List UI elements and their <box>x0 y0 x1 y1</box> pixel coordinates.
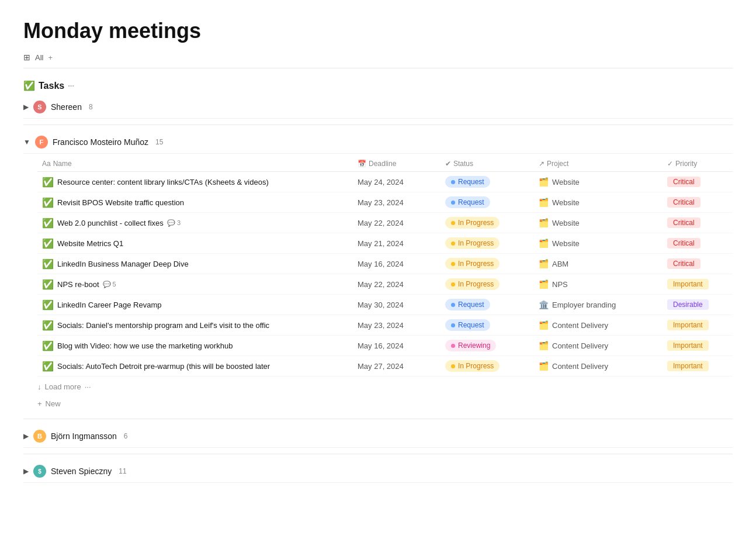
col-name: ✅Resource center: content library links/… <box>37 177 353 188</box>
avatar-francisco: F <box>35 136 48 149</box>
collapse-arrow-steven: ▶ <box>23 467 29 475</box>
col-project: 🗂️Content Delivery <box>534 361 663 371</box>
table-row[interactable]: ✅Socials: Daniel's mentorship program an… <box>37 315 733 336</box>
table-row[interactable]: ✅LinkedIn Career Page RevampMay 30, 2024… <box>37 295 733 315</box>
collapse-arrow-francisco: ▼ <box>23 138 30 146</box>
status-label: Reviewing <box>458 341 490 350</box>
table-row[interactable]: ✅Socials: AutoTech Detroit pre-warmup (t… <box>37 356 733 377</box>
status-label: Request <box>458 198 484 206</box>
collapse-arrow-shereen: ▶ <box>23 103 29 111</box>
status-badge: Request <box>445 196 490 208</box>
col-deadline: May 16, 2024 <box>353 341 441 350</box>
group-row-shereen[interactable]: ▶ S Shereen 8 <box>23 96 733 119</box>
status-dot <box>451 262 455 266</box>
col-priority: Critical <box>663 258 733 269</box>
col-header-project: ↗ Project <box>534 160 663 168</box>
table-row[interactable]: ✅Blog with Video: how we use the marketi… <box>37 336 733 356</box>
new-task-button[interactable]: + New <box>37 395 733 413</box>
view-name[interactable]: All <box>35 53 43 62</box>
col-priority: Important <box>663 279 733 289</box>
table-row[interactable]: ✅Web 2.0 punchlist - collect fixes💬 3May… <box>37 213 733 233</box>
table-row[interactable]: ✅NPS re-boot💬 5May 22, 2024In Progress🗂️… <box>37 274 733 295</box>
status-dot <box>451 241 455 246</box>
col-deadline: May 30, 2024 <box>353 301 441 309</box>
status-badge: Reviewing <box>445 340 496 351</box>
add-view-button[interactable]: + <box>48 53 53 62</box>
task-complete-icon: ✅ <box>42 177 54 188</box>
col-priority: Critical <box>663 238 733 248</box>
priority-badge: Important <box>667 320 709 330</box>
table-row[interactable]: ✅LinkedIn Business Manager Deep DiveMay … <box>37 254 733 274</box>
col-name: ✅Revisit BPOS Website traffic question <box>37 197 353 208</box>
avatar-steven: $ <box>33 465 46 478</box>
page-title: Monday meetings <box>23 19 733 43</box>
status-dot <box>451 180 455 184</box>
project-icon: 🏛️ <box>539 300 549 309</box>
tasks-body: ✅Resource center: content library links/… <box>37 172 733 377</box>
table-row[interactable]: ✅Resource center: content library links/… <box>37 172 733 192</box>
col-name: ✅NPS re-boot💬 5 <box>37 279 353 290</box>
group-row-francisco[interactable]: ▼ F Francisco Mosteiro Muñoz 15 <box>23 131 733 154</box>
priority-badge: Critical <box>667 217 700 228</box>
col-status: In Progress <box>441 217 534 229</box>
col-deadline: May 16, 2024 <box>353 260 441 268</box>
project-name: Website <box>552 239 580 248</box>
project-name: Employer branding <box>552 301 616 309</box>
col-project: 🗂️Website <box>534 218 663 227</box>
group-count-francisco: 15 <box>155 138 163 146</box>
table-row[interactable]: ✅Revisit BPOS Website traffic questionMa… <box>37 192 733 213</box>
table-row[interactable]: ✅Website Metrics Q1May 21, 2024In Progre… <box>37 233 733 254</box>
status-dot <box>451 323 455 327</box>
col-deadline: May 21, 2024 <box>353 239 441 248</box>
status-label: Request <box>458 321 484 329</box>
project-name: Website <box>552 219 580 227</box>
status-badge: In Progress <box>445 217 500 229</box>
group-row-bjorn[interactable]: ▶ B Björn Ingmansson 6 <box>23 425 733 448</box>
project-name: Content Delivery <box>552 321 608 330</box>
project-name: Website <box>552 178 580 187</box>
group-count-bjorn: 6 <box>124 432 128 440</box>
status-badge: Request <box>445 176 490 188</box>
project-icon: 🗂️ <box>539 259 549 268</box>
status-badge: In Progress <box>445 258 500 270</box>
divider-3 <box>23 454 733 454</box>
col-status: In Progress <box>441 258 534 270</box>
tasks-icon: ✅ <box>23 80 35 91</box>
task-name: Socials: AutoTech Detroit pre-warmup (th… <box>57 362 270 371</box>
col-status: Request <box>441 299 534 310</box>
divider-2 <box>23 419 733 419</box>
priority-badge: Critical <box>667 238 700 248</box>
section-menu-button[interactable]: ··· <box>68 81 74 90</box>
col-project: 🗂️Website <box>534 239 663 248</box>
group-row-steven[interactable]: ▶ $ Steven Spieczny 11 <box>23 460 733 483</box>
col-deadline: May 22, 2024 <box>353 219 441 227</box>
group-count-steven: 11 <box>119 467 126 475</box>
col-priority: Important <box>663 320 733 330</box>
status-dot <box>451 303 455 307</box>
col-name: ✅Blog with Video: how we use the marketi… <box>37 340 353 351</box>
col-header-deadline: 📅 Deadline <box>353 160 441 168</box>
project-name: Website <box>552 198 580 207</box>
project-icon: 🗂️ <box>539 239 549 248</box>
status-badge: In Progress <box>445 278 500 290</box>
group-name-bjorn: Björn Ingmansson <box>51 431 117 441</box>
task-name: LinkedIn Business Manager Deep Dive <box>57 260 189 268</box>
section-title: Tasks <box>39 81 64 91</box>
col-deadline: May 23, 2024 <box>353 321 441 330</box>
priority-badge: Critical <box>667 258 700 269</box>
col-status: Request <box>441 176 534 188</box>
text-icon: Aa <box>42 160 51 168</box>
plus-icon: + <box>37 399 42 408</box>
col-status: In Progress <box>441 278 534 290</box>
col-header-name: Aa Name <box>37 160 353 168</box>
priority-badge: Important <box>667 361 709 371</box>
priority-badge: Important <box>667 340 709 351</box>
group-name-steven: Steven Spieczny <box>51 467 112 476</box>
col-deadline: May 27, 2024 <box>353 362 441 371</box>
col-priority: Critical <box>663 217 733 228</box>
status-label: Request <box>458 301 484 309</box>
load-more-button[interactable]: ↓ Load more ··· <box>37 377 733 395</box>
grid-icon: ⊞ <box>23 53 30 62</box>
section-header: ✅ Tasks ··· <box>23 80 733 91</box>
project-name: Content Delivery <box>552 341 608 350</box>
